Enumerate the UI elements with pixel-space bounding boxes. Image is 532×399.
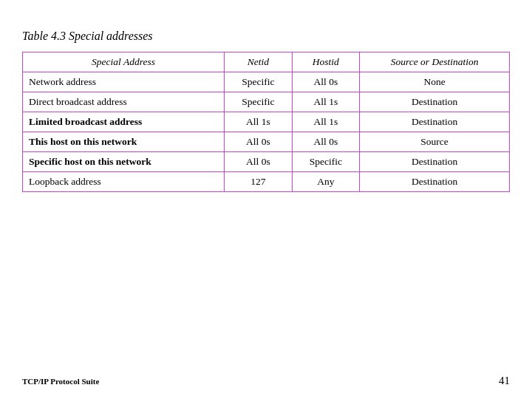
table-cell-r1-c2: All 1s [292, 92, 360, 112]
table-cell-r5-c0: Loopback address [23, 172, 225, 192]
col-header-special-address: Special Address [23, 52, 225, 72]
footer-left-text: TCP/IP Protocol Suite [22, 377, 99, 386]
table-row: This host on this networkAll 0sAll 0sSou… [23, 132, 510, 152]
table-cell-r1-c0: Direct broadcast address [23, 92, 225, 112]
table-cell-r3-c0: This host on this network [23, 132, 225, 152]
col-header-hostid: Hostid [292, 52, 360, 72]
table-cell-r4-c0: Specific host on this network [23, 152, 225, 172]
table-title: Table 4.3 Special addresses [22, 30, 510, 43]
page-content: Table 4.3 Special addresses Special Addr… [0, 0, 532, 207]
table-cell-r2-c2: All 1s [292, 112, 360, 132]
table-row: Limited broadcast addressAll 1sAll 1sDes… [23, 112, 510, 132]
table-cell-r4-c1: All 0s [225, 152, 293, 172]
table-cell-r1-c3: Destination [360, 92, 510, 112]
table-cell-r3-c2: All 0s [292, 132, 360, 152]
table-cell-r4-c3: Destination [360, 152, 510, 172]
footer: TCP/IP Protocol Suite 41 [22, 375, 510, 387]
table-row: Direct broadcast addressSpecificAll 1sDe… [23, 92, 510, 112]
table-cell-r2-c0: Limited broadcast address [23, 112, 225, 132]
col-header-netid: Netid [225, 52, 293, 72]
table-cell-r3-c1: All 0s [225, 132, 293, 152]
table-cell-r0-c0: Network address [23, 72, 225, 92]
table-cell-r2-c3: Destination [360, 112, 510, 132]
table-row: Specific host on this networkAll 0sSpeci… [23, 152, 510, 172]
table-cell-r2-c1: All 1s [225, 112, 293, 132]
table-cell-r5-c3: Destination [360, 172, 510, 192]
table-cell-r1-c1: Specific [225, 92, 293, 112]
footer-page-number: 41 [499, 375, 510, 387]
special-addresses-table: Special Address Netid Hostid Source or D… [22, 52, 510, 192]
col-header-source-dest: Source or Destination [360, 52, 510, 72]
table-row: Loopback address127AnyDestination [23, 172, 510, 192]
table-cell-r5-c1: 127 [225, 172, 293, 192]
table-cell-r3-c3: Source [360, 132, 510, 152]
table-cell-r0-c3: None [360, 72, 510, 92]
table-cell-r5-c2: Any [292, 172, 360, 192]
table-cell-r0-c2: All 0s [292, 72, 360, 92]
table-cell-r4-c2: Specific [292, 152, 360, 172]
table-row: Network addressSpecificAll 0sNone [23, 72, 510, 92]
table-header-row: Special Address Netid Hostid Source or D… [23, 52, 510, 72]
table-cell-r0-c1: Specific [225, 72, 293, 92]
